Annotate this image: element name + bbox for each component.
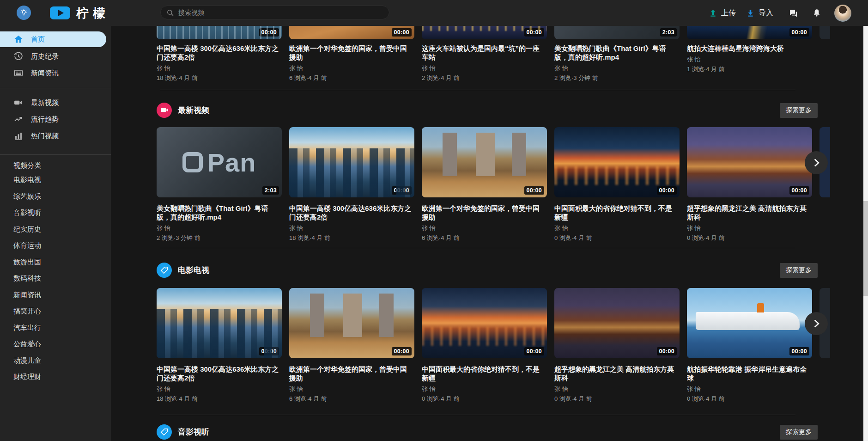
video-thumbnail[interactable]: [819, 26, 830, 39]
video-thumbnail[interactable]: 00:00: [687, 26, 812, 39]
scrollbar-thumb[interactable]: [863, 201, 868, 296]
sidebar-category[interactable]: 搞笑开心: [0, 303, 111, 320]
video-thumbnail[interactable]: 00:00: [687, 127, 812, 197]
video-title[interactable]: 航拍振华轮轮靠港 振华岸吊生意遍布全球: [687, 365, 811, 382]
video-card[interactable]: 00:00 欧洲第一个对华免签的国家，曾受中国援助 张 怡 6 浏览·4 月 前: [422, 127, 547, 242]
video-thumbnail[interactable]: 00:00: [422, 127, 547, 197]
video-card[interactable]: 00:00 欧洲第一个对华免签的国家，曾受中国援助 张 怡 6 浏览·4 月 前: [289, 288, 414, 403]
video-title[interactable]: 欧洲第一个对华免签的国家，曾受中国援助: [289, 44, 413, 61]
video-title[interactable]: 中国第一高楼 300亿高达636米比东方之门还要高2倍: [289, 204, 413, 221]
sidebar-category[interactable]: 体育运动: [0, 238, 111, 254]
video-author[interactable]: 张 怡: [554, 224, 680, 233]
video-author[interactable]: 张 怡: [289, 64, 414, 73]
sidebar-item-news[interactable]: 新闻资讯: [0, 65, 111, 81]
video-title[interactable]: 航拍大连棒棰岛星海湾跨海大桥: [687, 44, 811, 53]
video-card[interactable]: 00:00 这座火车站被认为是国内最“坑”的一座车站 张 怡 2 浏览·4 月 …: [422, 26, 547, 82]
video-thumbnail[interactable]: 00:00: [157, 26, 282, 39]
video-author[interactable]: 张 怡: [157, 64, 282, 73]
sidebar-item-home[interactable]: 首页: [0, 31, 106, 47]
video-card[interactable]: 00:00 航拍大连棒棰岛星海湾跨海大桥 张 怡 1 浏览·4 月 前: [687, 26, 812, 82]
video-title[interactable]: 美女翻唱热门歌曲《That Girl》粤语版，真的超好听.mp4: [157, 204, 281, 221]
video-card[interactable]: 00:00 中国面积最大的省你绝对猜不到，不是新疆 张 怡 0 浏览·4 月 前: [422, 288, 547, 403]
sidebar-category[interactable]: 动漫儿童: [0, 353, 111, 369]
sidebar-category[interactable]: 音影视听: [0, 205, 111, 221]
sidebar-category[interactable]: 新闻资讯: [0, 287, 111, 304]
video-card[interactable]: 00:00 中国第一高楼 300亿高达636米比东方之门还要高2倍 张 怡 18…: [157, 26, 282, 82]
sidebar-category[interactable]: 汽车出行: [0, 320, 111, 337]
video-author[interactable]: 张 怡: [687, 385, 812, 393]
video-title[interactable]: 中国第一高楼 300亿高达636米比东方之门还要高2倍: [157, 44, 281, 61]
sidebar-item-history[interactable]: 历史纪录: [0, 48, 111, 65]
video-card[interactable]: 00:00 航拍振华轮轮靠港 振华岸吊生意遍布全球 张 怡 0 浏览·4 月 前: [687, 288, 812, 403]
sidebar-item-camera[interactable]: 最新视频: [0, 94, 111, 111]
video-thumbnail[interactable]: 2:03 Pan: [157, 127, 282, 197]
video-card[interactable]: 00:00 中国第一高楼 300亿高达636米比东方之门还要高2倍 张 怡 18…: [157, 288, 282, 403]
sidebar-category[interactable]: 纪实历史: [0, 221, 111, 238]
video-thumbnail[interactable]: 00:00: [687, 288, 812, 358]
sidebar-category[interactable]: 财经理财: [0, 369, 111, 386]
video-author[interactable]: 张 怡: [157, 385, 282, 393]
video-card[interactable]: [819, 26, 830, 82]
video-thumbnail[interactable]: 00:00: [422, 26, 547, 39]
explore-more-button[interactable]: 探索更多: [780, 425, 818, 440]
carousel-next-button[interactable]: [805, 151, 828, 174]
video-title[interactable]: 中国面积最大的省你绝对猜不到，不是新疆: [554, 204, 679, 221]
video-thumbnail[interactable]: 00:00: [554, 288, 680, 358]
video-author[interactable]: 张 怡: [289, 385, 414, 393]
explore-more-button[interactable]: 探索更多: [780, 103, 818, 118]
video-author[interactable]: 张 怡: [157, 224, 282, 233]
video-title[interactable]: 这座火车站被认为是国内最“坑”的一座车站: [422, 44, 546, 61]
scrollbar[interactable]: [863, 26, 868, 441]
sidebar-category[interactable]: 旅游出国: [0, 254, 111, 271]
video-thumbnail[interactable]: 2:03 Pan: [554, 26, 680, 39]
video-card[interactable]: 00:00 中国第一高楼 300亿高达636米比东方之门还要高2倍 张 怡 18…: [289, 127, 414, 242]
video-card[interactable]: 2:03 Pan 美女翻唱热门歌曲《That Girl》粤语版，真的超好听.mp…: [554, 26, 680, 82]
notifications-icon[interactable]: [812, 8, 821, 18]
video-card[interactable]: 2:03 Pan 美女翻唱热门歌曲《That Girl》粤语版，真的超好听.mp…: [157, 127, 282, 242]
video-author[interactable]: 张 怡: [687, 224, 812, 233]
video-author[interactable]: 张 怡: [554, 385, 680, 393]
play-logo-icon[interactable]: [50, 6, 70, 19]
sidebar-divider: [0, 154, 111, 155]
video-author[interactable]: 张 怡: [422, 385, 547, 393]
video-card[interactable]: 00:00 超乎想象的黑龙江之美 高清航拍东方莫斯科 张 怡 0 浏览·4 月 …: [554, 288, 680, 403]
user-avatar[interactable]: [834, 5, 851, 22]
import-button[interactable]: 导入: [746, 8, 773, 18]
sidebar-category[interactable]: 数码科技: [0, 270, 111, 287]
video-title[interactable]: 美女翻唱热门歌曲《That Girl》粤语版，真的超好听.mp4: [554, 44, 679, 61]
video-card[interactable]: [819, 288, 830, 403]
sidebar-category[interactable]: 公益爱心: [0, 336, 111, 353]
video-title[interactable]: 欧洲第一个对华免签的国家，曾受中国援助: [422, 204, 546, 221]
sidebar-item-trend[interactable]: 流行趋势: [0, 111, 111, 128]
video-title[interactable]: 超乎想象的黑龙江之美 高清航拍东方莫斯科: [554, 365, 679, 382]
sidebar-item-chart[interactable]: 热门视频: [0, 128, 111, 144]
explore-more-button[interactable]: 探索更多: [780, 263, 818, 278]
video-thumbnail[interactable]: 00:00: [157, 288, 282, 358]
video-thumbnail[interactable]: 00:00: [289, 26, 414, 39]
video-author[interactable]: 张 怡: [687, 55, 812, 64]
sidebar-category[interactable]: 电影电视: [0, 172, 111, 189]
video-author[interactable]: 张 怡: [289, 224, 414, 233]
video-author[interactable]: 张 怡: [422, 64, 547, 73]
video-card[interactable]: 00:00 中国面积最大的省你绝对猜不到，不是新疆 张 怡 0 浏览·4 月 前: [554, 127, 680, 242]
video-thumbnail[interactable]: 00:00: [289, 288, 414, 358]
video-thumbnail[interactable]: 00:00: [422, 288, 547, 358]
video-author[interactable]: 张 怡: [422, 224, 547, 233]
lightbulb-logo-icon[interactable]: [17, 6, 31, 20]
search-input[interactable]: [178, 9, 383, 16]
video-author[interactable]: 张 怡: [554, 64, 680, 73]
video-title[interactable]: 中国面积最大的省你绝对猜不到，不是新疆: [422, 365, 546, 382]
upload-button[interactable]: 上传: [709, 8, 736, 18]
video-card[interactable]: 00:00 超乎想象的黑龙江之美 高清航拍东方莫斯科 张 怡 0 浏览·4 月 …: [687, 127, 812, 242]
video-title[interactable]: 超乎想象的黑龙江之美 高清航拍东方莫斯科: [687, 204, 811, 221]
video-thumbnail[interactable]: 00:00: [554, 127, 680, 197]
video-title[interactable]: 欧洲第一个对华免签的国家，曾受中国援助: [289, 365, 413, 382]
video-thumbnail[interactable]: 00:00: [289, 127, 414, 197]
video-card[interactable]: [819, 127, 830, 242]
video-card[interactable]: 00:00 欧洲第一个对华免签的国家，曾受中国援助 张 怡 6 浏览·4 月 前: [289, 26, 414, 82]
video-title[interactable]: 中国第一高楼 300亿高达636米比东方之门还要高2倍: [157, 365, 281, 382]
sidebar-category[interactable]: 综艺娱乐: [0, 189, 111, 205]
carousel-next-button[interactable]: [805, 312, 828, 335]
messages-icon[interactable]: [789, 8, 798, 18]
search-bar[interactable]: [160, 6, 389, 19]
